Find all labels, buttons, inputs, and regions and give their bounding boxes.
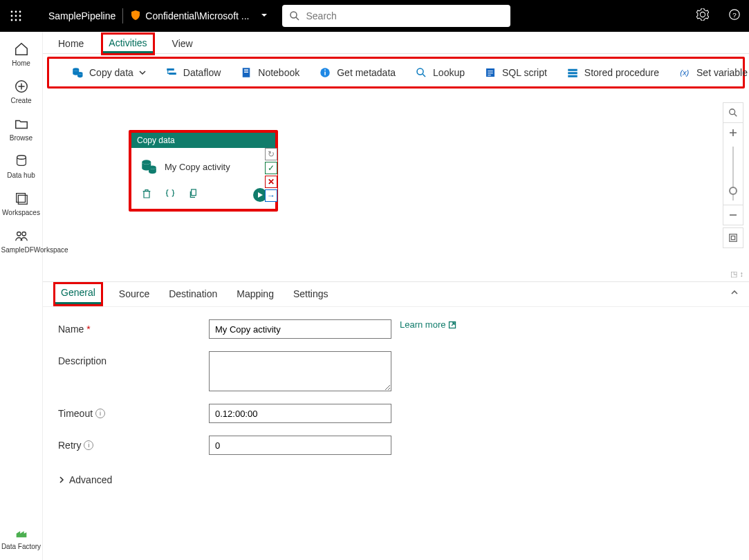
- zoom-slider-handle[interactable]: [729, 187, 737, 195]
- canvas-resize-handle-icon[interactable]: ◳ ↕: [730, 270, 743, 279]
- nav-workspaces[interactable]: Workspaces: [0, 187, 43, 224]
- node-handle-retry-icon[interactable]: ↻: [265, 148, 277, 160]
- nav-datafactory[interactable]: Data Factory: [0, 521, 43, 560]
- nav-label: SampleDFWorkspace: [0, 246, 43, 254]
- tab-view[interactable]: View: [171, 34, 194, 53]
- search-placeholder: Search: [306, 10, 336, 21]
- node-handle-fail-icon[interactable]: ✕: [265, 176, 277, 188]
- svg-point-6: [11, 19, 13, 21]
- ribbon-sql-script[interactable]: SQL script: [474, 66, 557, 79]
- required-star: *: [86, 324, 90, 335]
- node-handle-success-icon[interactable]: ✓: [265, 162, 277, 174]
- pipeline-canvas[interactable]: Copy data ↻ ✓ ✕ → My Copy activity: [43, 88, 749, 282]
- svg-rect-25: [244, 72, 248, 73]
- proptab-general[interactable]: General: [55, 284, 101, 304]
- svg-point-4: [15, 15, 17, 17]
- svg-point-38: [730, 109, 735, 115]
- svg-rect-31: [568, 69, 577, 71]
- node-name: My Copy activity: [165, 162, 230, 172]
- node-name-row: My Copy activity: [137, 155, 270, 185]
- ribbon-label: Set variable: [696, 67, 748, 78]
- ribbon-stored-procedure[interactable]: Stored procedure: [557, 66, 669, 79]
- info-icon[interactable]: i: [84, 440, 93, 450]
- code-braces-icon[interactable]: [165, 188, 176, 202]
- node-highlight-box: Copy data ↻ ✓ ✕ → My Copy activity: [129, 130, 278, 212]
- tab-activities[interactable]: Activities: [103, 35, 152, 53]
- nav-browse[interactable]: Browse: [0, 112, 43, 149]
- proptab-settings[interactable]: Settings: [292, 284, 330, 304]
- main-region: Home Activities View Copy data Dataflow …: [43, 32, 749, 560]
- description-input[interactable]: [209, 351, 391, 391]
- svg-rect-27: [324, 72, 326, 75]
- collapse-panel-icon[interactable]: [730, 288, 739, 300]
- ribbon-set-variable[interactable]: (x) Set variable: [669, 66, 749, 79]
- proptab-source[interactable]: Source: [118, 284, 151, 304]
- chevron-down-icon: [139, 69, 146, 76]
- ribbon-label: Notebook: [258, 67, 299, 78]
- nav-create[interactable]: Create: [0, 75, 43, 112]
- row-retry: Retryi: [58, 436, 734, 455]
- proptab-mapping[interactable]: Mapping: [235, 284, 275, 304]
- nav-label: Workspaces: [0, 209, 43, 217]
- retry-input[interactable]: [209, 436, 391, 455]
- ribbon-lookup[interactable]: Lookup: [405, 66, 474, 79]
- label-text: Name: [58, 324, 84, 335]
- ribbon-copy-data[interactable]: Copy data: [62, 66, 156, 79]
- zoom-out-icon[interactable]: [723, 205, 743, 225]
- left-nav: Home Create Browse Data hub Workspaces S…: [0, 32, 43, 560]
- tab-home[interactable]: Home: [57, 34, 85, 53]
- help-icon[interactable]: ?: [728, 8, 741, 24]
- nav-workspace-pinned[interactable]: SampleDFWorkspace: [0, 224, 43, 261]
- ribbon-get-metadata[interactable]: Get metadata: [309, 66, 405, 79]
- dataflow-icon: [165, 66, 178, 79]
- svg-point-17: [17, 232, 20, 236]
- nav-home[interactable]: Home: [0, 37, 43, 75]
- ribbon-dataflow[interactable]: Dataflow: [156, 66, 230, 79]
- proptab-destination[interactable]: Destination: [167, 284, 219, 304]
- nav-label: Create: [0, 97, 43, 105]
- app-launcher-icon[interactable]: [4, 4, 28, 28]
- copy-icon[interactable]: [188, 188, 199, 202]
- ribbon-label: Copy data: [89, 67, 133, 78]
- variable-icon: (x): [678, 66, 691, 79]
- svg-rect-40: [730, 234, 737, 242]
- ribbon-label: Stored procedure: [584, 67, 659, 78]
- svg-rect-41: [731, 236, 734, 239]
- svg-rect-28: [324, 70, 326, 71]
- info-icon[interactable]: i: [95, 409, 105, 418]
- row-timeout: Timeouti: [58, 404, 734, 423]
- external-link-icon: [448, 321, 456, 329]
- svg-rect-16: [18, 195, 27, 204]
- timeout-input[interactable]: [209, 404, 391, 423]
- zoom-slider[interactable]: [723, 142, 743, 205]
- svg-text:(x): (x): [680, 68, 689, 77]
- delete-icon[interactable]: [141, 188, 152, 202]
- canvas-search-icon[interactable]: [723, 102, 743, 123]
- zoom-in-icon[interactable]: [723, 122, 743, 143]
- ribbon-label: Dataflow: [183, 67, 221, 78]
- svg-point-2: [19, 11, 21, 13]
- sensitivity-dropdown[interactable]: Confidential\Microsoft ...: [130, 10, 268, 23]
- learn-more-link[interactable]: Learn more: [400, 319, 456, 330]
- search-input[interactable]: Search: [282, 5, 510, 27]
- node-side-handles: ↻ ✓ ✕ →: [265, 148, 277, 202]
- ribbon-notebook[interactable]: Notebook: [230, 66, 309, 79]
- label-text: Timeout: [58, 408, 93, 419]
- advanced-toggle[interactable]: Advanced: [58, 474, 112, 485]
- nav-footer-label: Data Factory: [0, 543, 43, 550]
- activity-node[interactable]: Copy data ↻ ✓ ✕ → My Copy activity: [131, 133, 275, 209]
- sensitivity-label: Confidential\Microsoft ...: [145, 10, 249, 21]
- svg-point-18: [21, 232, 25, 236]
- svg-rect-37: [192, 189, 196, 196]
- zoom-fit-icon[interactable]: [723, 227, 743, 248]
- label-text: Retry: [58, 440, 81, 451]
- node-handle-completion-icon[interactable]: →: [265, 189, 277, 202]
- nav-datahub[interactable]: Data hub: [0, 149, 43, 187]
- settings-icon[interactable]: [696, 8, 709, 24]
- database-icon: [71, 66, 84, 79]
- svg-rect-21: [167, 68, 174, 71]
- label-retry: Retryi: [58, 436, 209, 451]
- label-name: Name *: [58, 319, 209, 335]
- shield-icon: [130, 10, 141, 23]
- name-input[interactable]: [209, 319, 391, 339]
